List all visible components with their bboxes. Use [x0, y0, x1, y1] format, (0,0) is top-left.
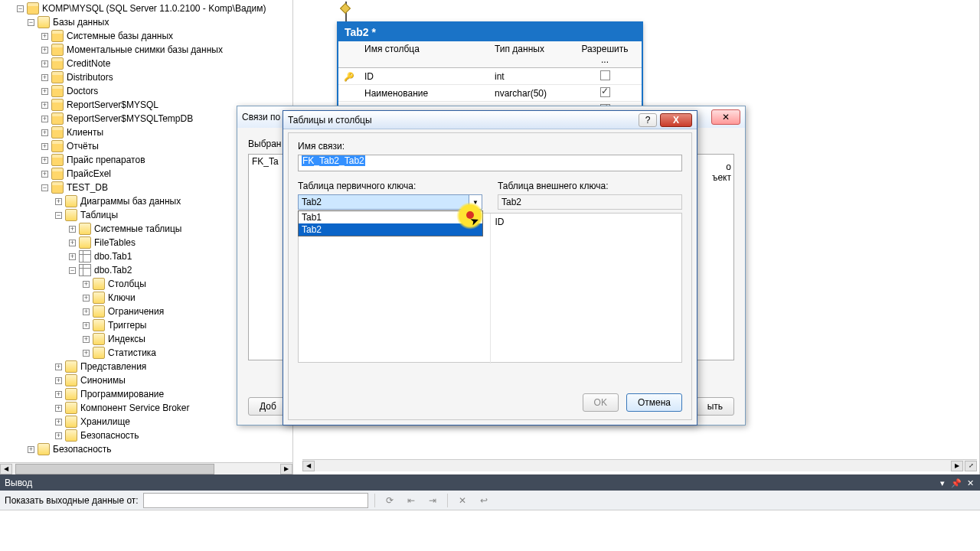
expand-icon[interactable]: +: [69, 253, 76, 260]
expand-icon[interactable]: +: [55, 377, 62, 384]
expand-icon[interactable]: +: [83, 322, 90, 329]
expand-icon[interactable]: +: [55, 432, 62, 439]
database-icon: [51, 30, 64, 42]
table-designer-title[interactable]: Tab2 *: [338, 23, 642, 41]
tree-database-item[interactable]: +CreditNote: [41, 57, 292, 70]
collapse-icon[interactable]: −: [69, 267, 76, 274]
relation-name-input[interactable]: FK_Tab2_Tab2: [298, 155, 682, 171]
col-header-null: Разрешить ...: [574, 41, 635, 67]
tree-database-item[interactable]: +Моментальные снимки базы данных: [41, 43, 292, 57]
toolbar-btn-1[interactable]: ⟳: [381, 492, 398, 509]
expand-icon[interactable]: +: [55, 419, 62, 425]
close-icon[interactable]: ✕: [965, 478, 975, 488]
tree-security[interactable]: +Безопасность: [28, 442, 292, 456]
expand-icon[interactable]: +: [83, 308, 90, 315]
tree-db-subfolder[interactable]: +Безопасность: [55, 429, 292, 442]
expand-icon[interactable]: +: [41, 102, 48, 109]
tables-columns-dialog[interactable]: Таблицы и столбцы ? X Имя связи: FK_Tab2…: [283, 110, 697, 425]
allow-null-checkbox[interactable]: [600, 70, 610, 80]
expand-icon[interactable]: +: [41, 129, 48, 136]
output-body[interactable]: [0, 510, 980, 551]
table-row[interactable]: 🔑IDint: [338, 68, 642, 85]
expand-icon[interactable]: +: [41, 47, 48, 54]
expand-icon[interactable]: +: [41, 88, 48, 95]
scroll-thumb[interactable]: [15, 464, 214, 474]
folder-icon: [65, 416, 77, 428]
toolbar-btn-2[interactable]: ⇤: [403, 492, 420, 509]
dropdown-item-tab1[interactable]: Tab1: [299, 211, 482, 223]
expand-icon[interactable]: +: [83, 295, 90, 302]
database-icon: [51, 126, 64, 139]
toolbar-btn-3[interactable]: ⇥: [424, 492, 441, 509]
database-icon: [51, 71, 64, 83]
expand-icon[interactable]: +: [69, 226, 76, 233]
expand-icon[interactable]: +: [41, 74, 48, 81]
tree-root[interactable]: −KOMP\MYSQL (SQL Server 11.0.2100 - Komp…: [17, 2, 292, 15]
folder-icon: [65, 429, 77, 442]
database-icon: [51, 44, 64, 56]
toolbar-btn-clear[interactable]: ✕: [454, 492, 471, 509]
pk-table-dropdown[interactable]: Tab1 Tab2: [298, 210, 483, 236]
output-panel-title[interactable]: Вывод ▾ 📌 ✕: [0, 475, 980, 491]
tree-databases[interactable]: −Базы данных: [28, 15, 292, 29]
database-icon: [51, 99, 64, 111]
expand-icon[interactable]: +: [55, 364, 62, 370]
folder-icon: [79, 236, 91, 249]
toolbar-btn-wrap[interactable]: ↩: [475, 492, 492, 509]
scroll-right-icon[interactable]: ▶: [951, 461, 963, 471]
table-row[interactable]: Наименованиеnvarchar(50): [338, 85, 642, 102]
canvas-hscrollbar[interactable]: ◀ ▶ ⤢: [302, 459, 977, 471]
expand-icon[interactable]: +: [83, 281, 90, 288]
folder-icon: [79, 223, 91, 235]
expand-icon[interactable]: +: [41, 157, 48, 164]
tree-database-item[interactable]: +Distributors: [41, 70, 292, 84]
expand-icon[interactable]: +: [28, 446, 34, 453]
collapse-icon[interactable]: −: [55, 212, 62, 219]
hint-text: о ъект: [712, 161, 731, 183]
allow-null-checkbox[interactable]: [600, 87, 610, 97]
column-type[interactable]: nvarchar(50): [490, 86, 574, 101]
column-name[interactable]: Наименование: [360, 86, 490, 101]
view-all-icon[interactable]: ⤢: [965, 461, 977, 471]
close-button[interactable]: ✕: [711, 109, 740, 125]
database-icon: [51, 85, 64, 97]
chevron-down-icon[interactable]: ▼: [469, 195, 482, 209]
scroll-right-icon[interactable]: ▶: [280, 464, 292, 474]
expand-icon[interactable]: +: [55, 405, 62, 412]
collapse-icon[interactable]: −: [41, 184, 48, 191]
collapse-icon[interactable]: −: [17, 5, 24, 12]
expand-icon[interactable]: +: [41, 143, 48, 150]
tree-database-item[interactable]: +Doctors: [41, 84, 292, 98]
fk-table-value: Tab2: [498, 194, 682, 210]
expand-icon[interactable]: +: [55, 391, 62, 398]
close-button[interactable]: X: [660, 113, 692, 127]
cancel-button[interactable]: Отмена: [626, 393, 682, 412]
expand-icon[interactable]: +: [83, 350, 90, 357]
scroll-left-icon[interactable]: ◀: [302, 461, 315, 471]
pin-icon[interactable]: 📌: [951, 478, 962, 488]
folder-icon: [93, 333, 105, 345]
close-dialog-button[interactable]: ыть: [696, 397, 734, 416]
dropdown-icon[interactable]: ▾: [937, 478, 948, 488]
expand-icon[interactable]: +: [41, 171, 48, 178]
collapse-icon[interactable]: −: [28, 19, 34, 26]
output-source-select[interactable]: [143, 493, 368, 508]
ok-button[interactable]: OK: [583, 393, 619, 412]
tree-database-item[interactable]: +Системные базы данных: [41, 29, 292, 43]
dropdown-item-tab2[interactable]: Tab2: [299, 223, 482, 236]
dialog-titlebar[interactable]: Таблицы и столбцы ? X: [283, 111, 697, 129]
fk-column-cell[interactable]: ID: [491, 214, 682, 364]
column-type[interactable]: int: [490, 69, 574, 84]
pk-table-combo[interactable]: Tab2 ▼ Tab1 Tab2: [298, 194, 482, 210]
expand-icon[interactable]: +: [83, 336, 90, 343]
expand-icon[interactable]: +: [69, 240, 76, 246]
expand-icon[interactable]: +: [41, 116, 48, 122]
expand-icon[interactable]: +: [41, 60, 48, 67]
scroll-left-icon[interactable]: ◀: [0, 464, 12, 474]
sidebar-hscrollbar[interactable]: ◀ ▶: [0, 462, 292, 474]
table-icon: [79, 250, 91, 262]
column-name[interactable]: ID: [360, 69, 490, 84]
expand-icon[interactable]: +: [41, 33, 48, 40]
expand-icon[interactable]: +: [55, 198, 62, 205]
help-button[interactable]: ?: [639, 113, 657, 127]
